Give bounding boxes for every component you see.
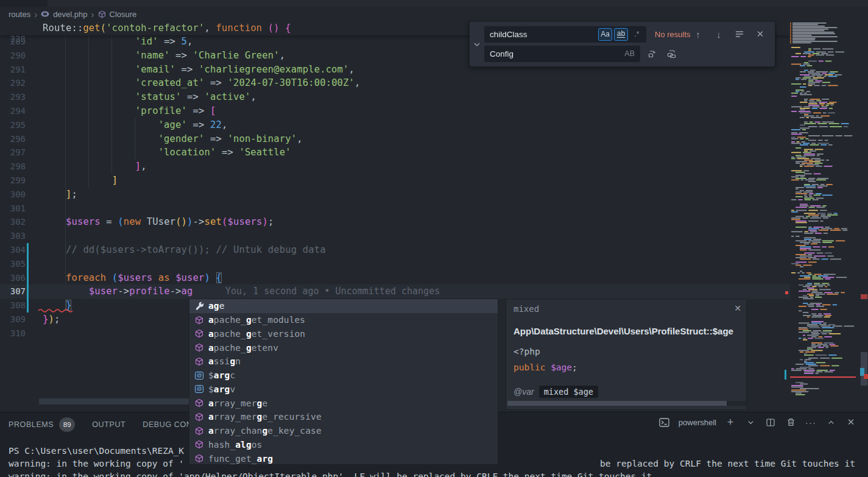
suggest-item-func-get-arg[interactable]: func_get_arg (189, 451, 498, 465)
code-text: 'status' => 'active', (43, 90, 256, 104)
suggest-item-apache-get-modules[interactable]: apache_get_modules (189, 313, 498, 327)
close-doc-icon[interactable]: ✕ (734, 303, 741, 313)
minimap-error-marker (785, 291, 788, 294)
terminal-shell-label[interactable]: powershell (679, 418, 716, 427)
code-line-306[interactable]: 306 foreach ($users as $user) { (0, 271, 790, 285)
chevron-right-icon: › (91, 10, 94, 19)
variable-icon: @ (194, 370, 204, 380)
tab-bar (0, 0, 868, 7)
maximize-panel-button[interactable] (825, 416, 837, 428)
suggest-item--argv[interactable]: @$argv (189, 383, 498, 397)
terminal-text: be replaced by CRLF the next time Git to… (600, 458, 855, 470)
code-line-295[interactable]: 295 'age' => 22, (0, 118, 790, 132)
code-text: 'name' => 'Charlie Green', (43, 49, 285, 63)
code-line-301[interactable]: 301 (0, 202, 790, 216)
whole-word-toggle[interactable]: ab (614, 28, 628, 41)
cube-icon (194, 440, 204, 450)
code-text: ] (43, 174, 118, 188)
suggest-item-apache-getenv[interactable]: apache_getenv (189, 341, 498, 355)
code-line-293[interactable]: 293 'status' => 'active', (0, 90, 790, 104)
code-line-294[interactable]: 294 'profile' => [ (0, 104, 790, 118)
code-text: 'profile' => [ (43, 104, 216, 118)
close-find-button[interactable]: ✕ (754, 28, 766, 40)
breadcrumb-item-symbol[interactable]: Closure (110, 10, 137, 19)
code-text: 'email' => 'charliegreen@example.com', (43, 63, 355, 77)
problems-count-badge: 89 (59, 417, 75, 432)
match-case-toggle[interactable]: Aa (598, 28, 612, 41)
suggest-item-label: array_merge_recursive (208, 412, 322, 422)
terminal-text: PS C:\Users\user\Documents\REZA_K (9, 445, 184, 457)
suggest-item-hash-algos[interactable]: hash_algos (189, 438, 498, 452)
line-number: 301 (0, 202, 26, 216)
replace-all-button[interactable] (666, 48, 678, 60)
breadcrumb-item-routes[interactable]: routes (9, 10, 30, 19)
code-line-296[interactable]: 296 'gender' => 'non-binary', (0, 132, 790, 146)
breadcrumb-item-file[interactable]: devel.php (53, 10, 87, 19)
more-actions-button[interactable]: ··· (805, 416, 817, 428)
code-line-302[interactable]: 302 $users = (new TUser())->set($users); (0, 215, 790, 229)
find-in-selection-button[interactable] (733, 28, 746, 40)
code-text: // dd($users->toArray()); // Untuk debug… (43, 243, 326, 257)
doc-scrollbar-track (727, 401, 746, 406)
replace-button[interactable] (646, 48, 658, 60)
replace-input[interactable] (484, 46, 640, 62)
minimap-modified-marker (785, 370, 786, 380)
line-number: 304 (0, 243, 26, 257)
suggest-item-label: func_get_arg (208, 454, 273, 464)
toggle-replace-chevron[interactable] (470, 22, 484, 66)
code-text: 'created_at' => '2024-07-30T16:00:00Z', (43, 76, 361, 90)
suggest-item-apache-get-version[interactable]: apache_get_version (189, 327, 498, 341)
close-panel-button[interactable]: ✕ (845, 416, 857, 428)
cube-icon (194, 454, 204, 464)
code-line-292[interactable]: 292 'created_at' => '2024-07-30T16:00:00… (0, 76, 790, 90)
terminal-dropdown-chevron[interactable] (744, 416, 757, 428)
cube-icon (194, 412, 204, 422)
code-text: $users = (new TUser())->set($users); (43, 215, 273, 229)
suggest-item-label: assign (208, 356, 241, 366)
code-line-300[interactable]: 300 ]; (0, 188, 790, 202)
doc-horizontal-scrollbar[interactable] (507, 401, 727, 406)
previous-match-button[interactable]: ↑ (692, 28, 704, 40)
suggest-item-array-change-key-case[interactable]: array_change_key_case (189, 424, 498, 438)
terminal-toolbar: powershell + ··· ✕ (659, 416, 857, 428)
regex-toggle[interactable]: .* (630, 28, 644, 41)
code-line-303[interactable]: 303 (0, 229, 790, 243)
cube-icon (194, 343, 204, 353)
suggest-item-age[interactable]: age (189, 299, 498, 313)
code-line-304[interactable]: 304 // dd($users->toArray()); // Untuk d… (0, 243, 790, 257)
minimap[interactable] (790, 21, 857, 402)
suggest-item-assign[interactable]: assign (189, 355, 498, 369)
split-terminal-button[interactable] (764, 416, 777, 428)
suggest-item-label: age (208, 301, 225, 311)
tab-output[interactable]: OUTPUT (92, 420, 125, 429)
preserve-case-toggle[interactable]: AB (624, 49, 635, 58)
suggest-item-label: $argc (208, 370, 235, 380)
cube-icon (194, 329, 204, 339)
next-match-button[interactable]: ↓ (713, 28, 725, 40)
selection-lines-icon (735, 30, 744, 38)
suggest-item-label: $argv (208, 384, 235, 394)
code-line-298[interactable]: 298 ], (0, 160, 790, 174)
code-line-299[interactable]: 299 ] (0, 174, 790, 188)
doc-var-tag: @var (513, 387, 534, 397)
code-text: $user->profile->ag (43, 284, 193, 299)
line-number: 294 (0, 104, 26, 118)
line-number: 297 (0, 146, 26, 160)
tab-problems[interactable]: PROBLEMS 89 (9, 417, 75, 432)
code-line-297[interactable]: 297 'location' => 'Seattle' (0, 146, 790, 160)
suggest-item-array-merge[interactable]: array_merge (189, 396, 498, 410)
variable-icon: @ (194, 384, 204, 394)
suggest-item--argc[interactable]: @$argc (189, 369, 498, 383)
doc-php-open: <?php (513, 347, 540, 356)
code-text: 'id' => 5, (43, 35, 193, 49)
line-number: 238 (0, 32, 26, 46)
kill-terminal-button[interactable] (785, 416, 797, 428)
suggest-item-array-merge-recursive[interactable]: array_merge_recursive (189, 410, 498, 424)
line-number: 299 (0, 174, 26, 188)
suggest-widget[interactable]: ageapache_get_modulesapache_get_versiona… (189, 299, 498, 465)
line-number: 300 (0, 188, 26, 202)
breadcrumb[interactable]: routes › devel.php › Closure (9, 7, 136, 21)
code-line-305[interactable]: 305 (0, 257, 790, 271)
terminal-text: warning: in the working copy of 'app/Hel… (9, 470, 652, 477)
new-terminal-button[interactable]: + (724, 416, 736, 428)
